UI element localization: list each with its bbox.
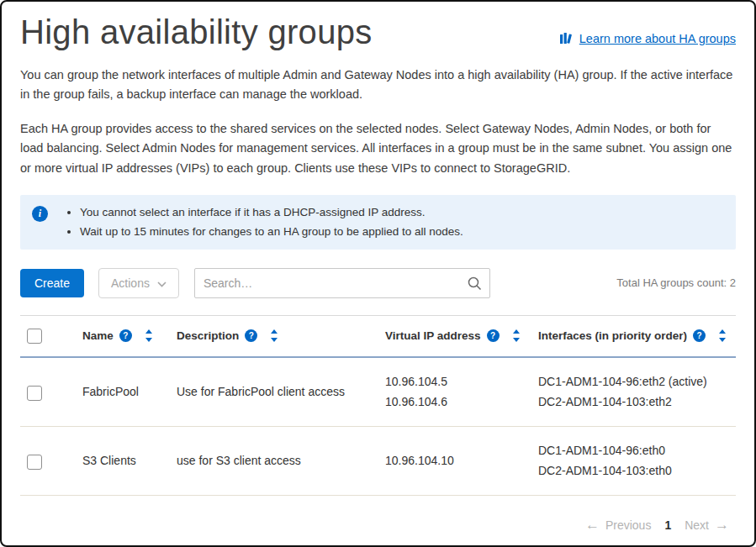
ha-groups-page: High availability groups Learn more abou… [0,0,756,547]
search-box [194,268,490,298]
search-icon[interactable] [467,276,482,291]
info-bullet-2: Wait up to 15 minutes for changes to an … [80,223,463,241]
row-checkbox[interactable] [27,386,42,401]
info-bullet-1: You cannot select an interface if it has… [80,203,463,222]
vip-line: 10.96.104.10 [385,450,525,471]
intro-paragraph-2: Each HA group provides access to the sha… [20,119,736,178]
create-button[interactable]: Create [20,269,84,297]
help-icon[interactable]: ? [487,329,500,342]
pagination-previous-label: Previous [605,518,651,532]
chevron-down-icon [157,276,167,290]
toolbar: Create Actions Total HA groups count: 2 [20,268,736,298]
pagination-next-label: Next [685,518,709,532]
vip-line: 10.96.104.6 [385,392,525,413]
actions-button-label: Actions [111,276,150,290]
info-bullet-list: You cannot select an interface if it has… [80,203,463,241]
info-icon: i [32,206,48,222]
row-checkbox[interactable] [27,455,42,470]
intro-paragraph-1: You can group the network interfaces of … [20,66,736,105]
cell-description: use for S3 client access [170,426,378,495]
learn-more-link[interactable]: Learn more about HA groups [559,32,736,45]
column-header-virtual-ip[interactable]: Virtual IP address ? [378,315,531,357]
cell-name: S3 Clients [76,426,170,495]
cell-interfaces: DC1-ADM1-104-96:eth2 (active) DC2-ADM1-1… [531,357,736,427]
table-row-s3-clients[interactable]: S3 Clients use for S3 client access 10.9… [20,426,736,495]
info-banner: i You cannot select an interface if it h… [20,195,736,250]
select-all-checkbox[interactable] [27,329,42,344]
interface-line: DC1-ADM1-104-96:eth2 (active) [538,371,729,392]
ha-groups-table: Name ? Description ? [20,315,736,496]
table-row-fabricpool[interactable]: FabricPool Use for FabricPool client acc… [20,357,736,427]
page-title: High availability groups [20,13,373,51]
cell-name: FabricPool [76,357,170,427]
cell-interfaces: DC1-ADM1-104-96:eth0 DC2-ADM1-104-103:et… [531,426,736,495]
column-label-name: Name [82,329,114,342]
total-count: Total HA groups count: 2 [616,276,736,289]
arrow-right-icon: → [715,518,729,532]
column-label-virtual-ip: Virtual IP address [385,329,481,342]
column-label-description: Description [177,329,239,342]
column-header-description[interactable]: Description ? [170,315,378,357]
help-icon[interactable]: ? [693,329,706,342]
vip-line: 10.96.104.5 [385,371,525,392]
interface-line: DC2-ADM1-104-103:eth0 [538,460,729,481]
cell-virtual-ips: 10.96.104.10 [378,426,531,495]
pagination-next[interactable]: Next → [685,518,729,532]
cell-virtual-ips: 10.96.104.5 10.96.104.6 [378,357,531,427]
book-icon [559,32,574,45]
column-label-interfaces: Interfaces (in priority order) [538,329,687,342]
cell-description: Use for FabricPool client access [170,357,378,427]
column-header-name[interactable]: Name ? [76,315,170,357]
interface-line: DC2-ADM1-104-103:eth2 [538,392,729,413]
interface-line: DC1-ADM1-104-96:eth0 [538,440,729,461]
pagination: ← Previous 1 Next → [585,518,729,532]
help-icon[interactable]: ? [119,329,132,342]
column-header-interfaces[interactable]: Interfaces (in priority order) ? [531,315,736,357]
pagination-previous[interactable]: ← Previous [585,518,651,532]
page-header: High availability groups Learn more abou… [20,13,736,51]
help-icon[interactable]: ? [245,329,257,342]
search-input[interactable] [194,268,490,298]
arrow-left-icon: ← [585,518,600,532]
sort-icon[interactable] [718,329,727,342]
pagination-page-1[interactable]: 1 [664,518,671,532]
sort-icon[interactable] [512,329,521,342]
sort-icon[interactable] [145,329,153,342]
actions-button[interactable]: Actions [98,268,179,298]
learn-more-label: Learn more about HA groups [579,32,736,45]
sort-icon[interactable] [270,329,278,342]
table-header-row: Name ? Description ? [20,315,736,357]
